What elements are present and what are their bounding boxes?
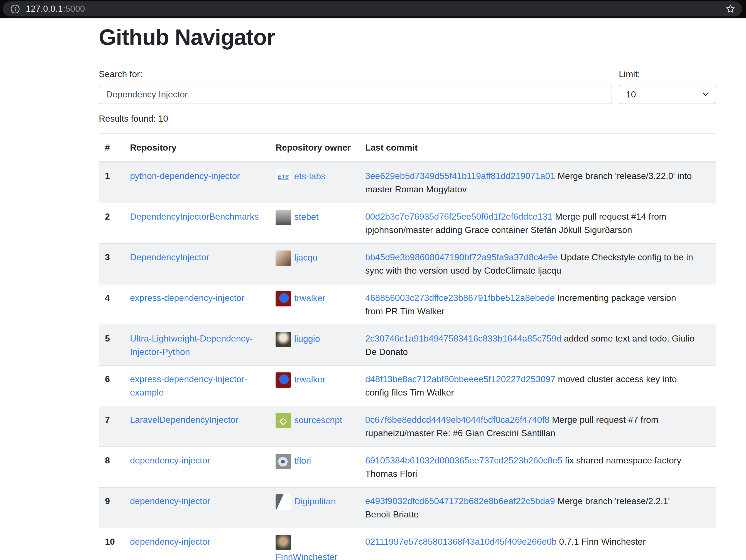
commit-cell: 2c30746c1a91b4947583416c833b1644a85c759d… <box>359 325 716 365</box>
browser-address-bar: 127.0.0.1:5000 <box>0 0 746 18</box>
table-header-row: #RepositoryRepository ownerLast commit <box>99 134 716 162</box>
owner-link[interactable]: FinnWinchester <box>276 552 337 560</box>
commit-hash-link[interactable]: 3ee629eb5d7349d55f41b119aff81dd219071a01 <box>365 171 555 181</box>
row-number: 3 <box>99 243 124 284</box>
repository-link[interactable]: python-dependency-injector <box>130 171 240 181</box>
repository-link[interactable]: express-dependency-injector-example <box>130 374 248 397</box>
repository-link[interactable]: dependency-injector <box>130 455 210 465</box>
owner-link[interactable]: trwalker <box>294 374 325 384</box>
repository-cell: dependency-injector <box>124 528 269 560</box>
repository-link[interactable]: DependencyInjector <box>130 252 209 262</box>
search-input[interactable] <box>99 85 612 104</box>
column-header-1: Repository <box>124 134 269 162</box>
repository-cell: DependencyInjectorBenchmarks <box>124 203 269 243</box>
owner-avatar <box>276 494 291 510</box>
owner-link[interactable]: tflori <box>294 455 311 466</box>
owner-cell: ETSets-labs <box>269 162 359 203</box>
owner-avatar <box>276 454 291 469</box>
owner-link[interactable]: ets-labs <box>294 171 325 181</box>
page-title: Github Navigator <box>99 24 716 51</box>
owner-avatar <box>276 210 291 225</box>
search-form: Search for: Limit: 10 <box>99 67 716 104</box>
commit-cell: 02111997e57c85801368f43a10d45f409e266e0b… <box>359 528 716 560</box>
address-pill[interactable]: 127.0.0.1:5000 <box>3 1 742 17</box>
results-table: #RepositoryRepository ownerLast commit 1… <box>99 134 716 560</box>
owner-avatar <box>276 250 291 266</box>
row-number: 2 <box>99 203 124 243</box>
commit-cell: 69105384b61032d000365ee737cd2523b260c8e5… <box>359 447 716 488</box>
repository-link[interactable]: dependency-injector <box>130 496 210 506</box>
commit-hash-link[interactable]: 69105384b61032d000365ee737cd2523b260c8e5 <box>365 455 562 465</box>
owner-link[interactable]: sourcescript <box>294 415 342 425</box>
commit-hash-link[interactable]: bb45d9e3b98608047190bf72a95fa9a37d8c4e9e <box>365 252 558 262</box>
repository-link[interactable]: DependencyInjectorBenchmarks <box>130 211 259 222</box>
commit-hash-link[interactable]: 0c67f6be8eddcd4449eb4044f5df0ca26f4740f8 <box>365 415 549 425</box>
owner-avatar <box>276 332 291 347</box>
owner-link[interactable]: liuggio <box>294 334 320 344</box>
url-host: 127.0.0.1 <box>26 4 63 13</box>
info-icon[interactable] <box>10 4 20 13</box>
commit-cell: 468856003c273dffce23b86791fbbe512a8ebede… <box>359 284 716 325</box>
repository-link[interactable]: LaravelDependencyInjector <box>130 415 238 425</box>
limit-label: Limit: <box>619 67 716 81</box>
limit-selected-value: 10 <box>626 88 636 101</box>
owner-link[interactable]: ljacqu <box>294 253 318 262</box>
owner-cell: ◇sourcescript <box>269 406 359 447</box>
row-number: 4 <box>99 284 124 325</box>
owner-link[interactable]: stebet <box>294 212 318 222</box>
search-label: Search for: <box>99 67 612 81</box>
table-row: 4 express-dependency-injector trwalker 4… <box>99 284 716 325</box>
table-row: 10 dependency-injector FinnWinchester 02… <box>99 528 716 560</box>
repository-link[interactable]: dependency-injector <box>130 537 210 547</box>
owner-cell: tflori <box>269 447 359 488</box>
url-text[interactable]: 127.0.0.1:5000 <box>26 2 85 16</box>
owner-link[interactable]: Digipolitan <box>294 496 336 506</box>
owner-avatar <box>276 291 291 306</box>
row-number: 10 <box>99 528 124 560</box>
owner-cell: Digipolitan <box>269 488 359 528</box>
commit-hash-link[interactable]: e493f9032dfcd65047172b682e8b6eaf22c5bda9 <box>365 496 555 506</box>
page-content: Github Navigator Search for: Limit: 10 R… <box>0 18 746 560</box>
repository-link[interactable]: express-dependency-injector <box>130 293 245 303</box>
commit-hash-link[interactable]: 02111997e57c85801368f43a10d45f409e266e0b <box>365 537 557 547</box>
column-header-2: Repository owner <box>269 134 359 162</box>
commit-hash-link[interactable]: d48f13be8ac712abf80bbeeee5f120227d253097 <box>365 374 555 384</box>
row-number: 6 <box>99 365 124 406</box>
owner-cell: liuggio <box>269 325 359 365</box>
owner-avatar: ◇ <box>276 413 291 429</box>
owner-avatar <box>276 535 291 550</box>
owner-link[interactable]: trwalker <box>294 293 325 303</box>
limit-select[interactable]: 10 <box>619 85 716 104</box>
results-count: Results found: 10 <box>99 112 716 125</box>
search-group: Search for: <box>99 67 612 104</box>
table-row: 6 express-dependency-injector-example tr… <box>99 365 716 406</box>
table-row: 3 DependencyInjector ljacqu bb45d9e3b986… <box>99 243 716 284</box>
table-row: 8 dependency-injector tflori 69105384b61… <box>99 447 716 488</box>
repository-link[interactable]: Ultra-Lightweight-Dependency-Injector-Py… <box>130 333 253 357</box>
commit-cell: d48f13be8ac712abf80bbeeee5f120227d253097… <box>359 365 716 406</box>
commit-cell: 3ee629eb5d7349d55f41b119aff81dd219071a01… <box>359 162 716 203</box>
commit-cell: 00d2b3c7e76935d76f25ee50f6d1f2ef6ddce131… <box>359 203 716 243</box>
column-header-0: # <box>99 134 124 162</box>
row-number: 5 <box>99 325 124 365</box>
row-number: 8 <box>99 447 124 488</box>
owner-cell: trwalker <box>269 365 359 406</box>
bookmark-star-icon[interactable] <box>725 3 736 14</box>
repository-cell: LaravelDependencyInjector <box>124 406 269 447</box>
table-body: 1 python-dependency-injector ETSets-labs… <box>99 162 716 560</box>
commit-hash-link[interactable]: 468856003c273dffce23b86791fbbe512a8ebede <box>365 293 555 303</box>
commit-hash-link[interactable]: 00d2b3c7e76935d76f25ee50f6d1f2ef6ddce131 <box>365 211 552 222</box>
repository-cell: python-dependency-injector <box>124 162 269 203</box>
repository-cell: Ultra-Lightweight-Dependency-Injector-Py… <box>124 325 269 365</box>
table-row: 2 DependencyInjectorBenchmarks stebet 00… <box>99 203 716 243</box>
commit-cell: 0c67f6be8eddcd4449eb4044f5df0ca26f4740f8… <box>359 406 716 447</box>
url-port: :5000 <box>63 4 85 13</box>
repository-cell: express-dependency-injector-example <box>124 365 269 406</box>
owner-cell: trwalker <box>269 284 359 325</box>
column-header-3: Last commit <box>359 134 716 162</box>
repository-cell: express-dependency-injector <box>124 284 269 325</box>
chevron-down-icon <box>702 92 709 96</box>
repository-cell: dependency-injector <box>124 447 269 488</box>
commit-hash-link[interactable]: 2c30746c1a91b4947583416c833b1644a85c759d <box>365 333 562 344</box>
commit-cell: bb45d9e3b98608047190bf72a95fa9a37d8c4e9e… <box>359 243 716 284</box>
